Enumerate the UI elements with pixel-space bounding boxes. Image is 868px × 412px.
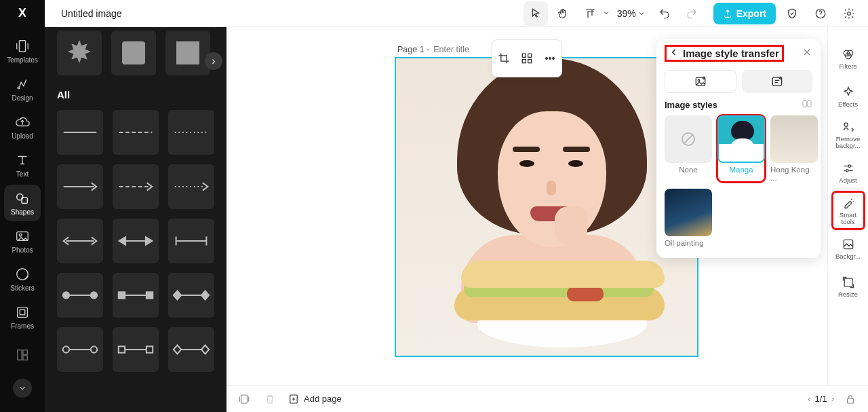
svg-rect-10 <box>20 310 24 314</box>
svg-rect-50 <box>808 100 811 107</box>
chevron-down-icon[interactable] <box>602 7 610 20</box>
crop-tool[interactable] <box>578 1 602 26</box>
shape-line-circle-outline-ends[interactable] <box>57 327 103 372</box>
upload-icon <box>723 9 732 18</box>
style-panel-title: Image style transfer <box>683 48 779 59</box>
recent-shape-rounded-square[interactable] <box>111 31 156 75</box>
style-label: Hong Kong ... <box>770 166 818 182</box>
nav-upload[interactable]: Upload <box>4 109 41 145</box>
svg-point-55 <box>844 123 848 126</box>
nav-stickers[interactable]: Stickers <box>4 261 41 297</box>
svg-rect-40 <box>528 54 532 57</box>
shape-line-diamond-outline-ends[interactable] <box>168 327 214 372</box>
pages-overview-button[interactable] <box>236 391 252 407</box>
next-page-button[interactable]: › <box>831 394 834 404</box>
document-title-group[interactable]: Untitled image <box>54 7 129 20</box>
svg-point-3 <box>18 87 20 89</box>
svg-rect-30 <box>146 292 153 298</box>
help-icon[interactable] <box>808 1 833 26</box>
svg-rect-41 <box>522 60 526 63</box>
shape-line-dashed[interactable] <box>113 110 159 155</box>
recent-shape-square[interactable] <box>165 31 210 75</box>
shape-arrow-dotted[interactable] <box>168 164 214 209</box>
cursor-tool[interactable] <box>524 1 548 26</box>
svg-rect-11 <box>18 350 22 360</box>
tool-effects[interactable]: Effects <box>832 77 865 115</box>
style-tab-image[interactable] <box>665 70 736 93</box>
nav-label: Stickers <box>10 284 35 292</box>
lock-button[interactable] <box>842 391 859 407</box>
shield-icon[interactable] <box>780 1 804 26</box>
svg-rect-37 <box>146 346 153 352</box>
tool-filters[interactable]: Filters <box>832 39 865 77</box>
nav-label: Text <box>16 170 28 178</box>
hand-tool[interactable] <box>551 1 575 26</box>
nav-frames[interactable]: Frames <box>4 299 41 335</box>
tool-resize[interactable]: Resize <box>832 267 865 305</box>
svg-point-56 <box>848 165 850 167</box>
nav-photos[interactable]: Photos <box>4 223 41 259</box>
compare-toggle[interactable] <box>802 98 812 111</box>
shape-line-diamond-ends[interactable] <box>168 273 214 318</box>
canvas-image[interactable] <box>395 57 698 357</box>
delete-page-button <box>262 391 278 407</box>
style-tab-text[interactable] <box>742 70 812 93</box>
ai-tools-button[interactable] <box>517 49 536 68</box>
svg-point-43 <box>546 58 548 60</box>
close-icon[interactable] <box>802 47 812 60</box>
shape-line-square-ends[interactable] <box>113 273 159 318</box>
shape-line-square-outline-ends[interactable] <box>113 327 159 372</box>
tool-background[interactable]: Backgr... <box>832 229 865 267</box>
back-icon[interactable] <box>669 48 679 59</box>
style-transfer-panel: Image style transfer Image styles None M… <box>656 39 821 258</box>
page-label: Page 1 - <box>397 45 429 54</box>
tool-remove-background[interactable]: Remove backgr... <box>832 115 865 153</box>
nav-label: Frames <box>11 322 34 330</box>
redo-button <box>679 1 704 26</box>
nav-layout[interactable] <box>4 337 41 373</box>
svg-point-47 <box>698 79 700 81</box>
chevron-down-icon <box>637 10 646 18</box>
svg-point-25 <box>63 292 69 298</box>
nav-label: Design <box>12 94 33 102</box>
shape-arrow-double[interactable] <box>57 219 103 263</box>
nav-design[interactable]: Design <box>4 71 41 107</box>
style-option-hong-kong[interactable]: Hong Kong ... <box>770 115 818 182</box>
nav-label: Upload <box>12 132 33 140</box>
nav-label: Shapes <box>11 208 34 216</box>
tool-adjust[interactable]: Adjust <box>832 153 865 191</box>
settings-icon[interactable] <box>837 1 861 26</box>
style-option-manga[interactable]: Manga <box>717 115 765 182</box>
shape-line-dotted[interactable] <box>168 110 214 155</box>
style-option-none[interactable]: None <box>665 115 712 182</box>
undo-button[interactable] <box>652 1 677 26</box>
svg-rect-13 <box>23 356 27 360</box>
crop-selection-button[interactable] <box>494 49 513 68</box>
style-option-oil-painting[interactable]: Oil painting <box>665 189 712 247</box>
nav-more[interactable] <box>13 379 32 398</box>
page-title-input[interactable] <box>433 45 488 54</box>
svg-point-32 <box>63 346 69 352</box>
shape-line-bar-ends[interactable] <box>168 219 214 263</box>
shape-line-circle-ends[interactable] <box>57 273 103 318</box>
export-button[interactable]: Export <box>713 3 776 24</box>
nav-shapes[interactable]: Shapes <box>4 185 41 221</box>
nav-text[interactable]: Text <box>4 147 41 183</box>
nav-templates[interactable]: Templates <box>4 33 41 69</box>
style-label: Manga <box>729 166 753 174</box>
shape-arrow-solid[interactable] <box>57 164 103 209</box>
all-title: All <box>57 89 70 100</box>
more-options-button[interactable] <box>540 49 559 68</box>
zoom-level[interactable]: 39% <box>617 8 646 19</box>
app-logo[interactable]: X <box>0 0 45 27</box>
shape-line-solid[interactable] <box>57 110 103 155</box>
add-page-button[interactable]: Add page <box>288 393 342 405</box>
prev-page-button[interactable]: ‹ <box>808 394 810 404</box>
recent-shape-starburst[interactable] <box>57 31 102 75</box>
shape-arrow-dashed[interactable] <box>113 164 159 209</box>
recents-next[interactable]: › <box>205 52 222 70</box>
style-label: Oil painting <box>665 239 704 247</box>
document-title: Untitled image <box>61 8 122 19</box>
tool-smart-tools[interactable]: Smart tools <box>832 191 865 229</box>
shape-arrow-double-filled[interactable] <box>113 219 159 263</box>
